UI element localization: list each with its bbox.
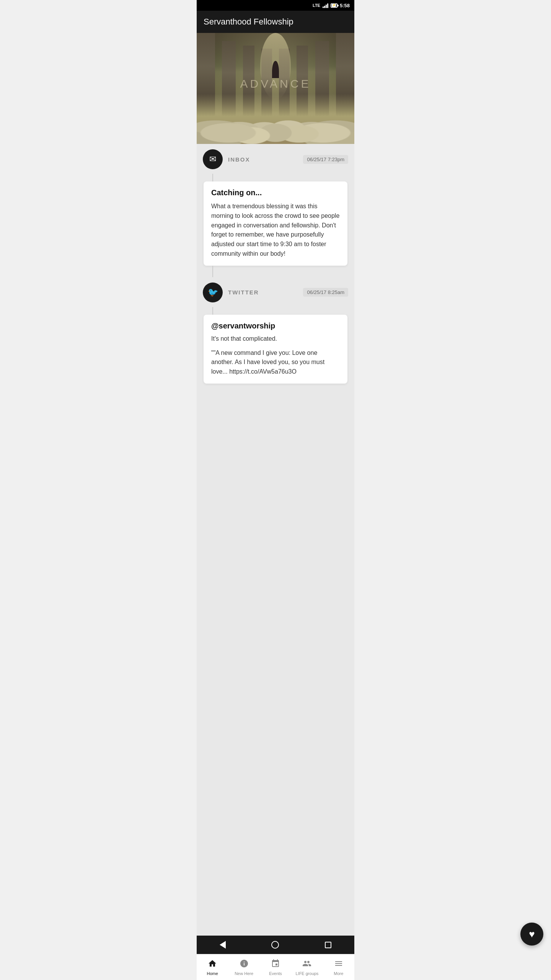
person-silhouette — [272, 61, 279, 78]
feed-connector-twitter — [212, 307, 213, 315]
twitter-label: TWITTER — [228, 289, 259, 296]
inter-item-connector — [197, 266, 354, 277]
status-bar: LTE ⚡ 5:58 — [197, 0, 354, 11]
twitter-line2: ""A new command I give you: Love one ano… — [211, 348, 340, 377]
inbox-label: INBOX — [228, 156, 250, 163]
battery-icon: ⚡ — [331, 3, 337, 8]
lte-indicator: LTE — [313, 3, 320, 8]
nav-label-more: More — [334, 971, 343, 976]
calendar-icon — [271, 959, 280, 970]
clock: 5:58 — [340, 3, 350, 8]
nav-label-home: Home — [207, 971, 218, 976]
nav-label-events: Events — [269, 971, 282, 976]
feed: ✉ INBOX 06/25/17 7:23pm Catching on... W… — [197, 144, 354, 980]
signal-icon — [323, 3, 328, 8]
recents-button[interactable] — [325, 942, 331, 948]
inbox-card[interactable]: Catching on... What a tremendous blessin… — [204, 181, 347, 266]
hero-image: ADVANCE — [197, 33, 354, 144]
feed-item-twitter: 🐦 TWITTER 06/25/17 8:25am @servantworshi… — [197, 277, 354, 384]
info-icon — [240, 959, 249, 970]
sheep-crowd — [197, 88, 354, 144]
twitter-icon: 🐦 — [203, 283, 223, 302]
twitter-line1: It's not that complicated. — [211, 334, 340, 344]
nav-label-new-here: New Here — [235, 971, 253, 976]
nav-item-home[interactable]: Home — [197, 954, 228, 980]
nav-label-life-groups: LIFE groups — [295, 971, 318, 976]
hero-overlay-text: ADVANCE — [240, 77, 311, 90]
nav-item-life-groups[interactable]: LIFE groups — [291, 954, 323, 980]
nav-item-new-here[interactable]: New Here — [228, 954, 259, 980]
home-icon — [208, 959, 217, 970]
inbox-timestamp: 06/25/17 7:23pm — [303, 155, 348, 164]
app-header: Servanthood Fellowship — [197, 11, 354, 33]
bottom-nav: Home New Here Events LIFE groups — [197, 954, 354, 980]
feed-connector-inbox — [212, 174, 213, 181]
home-button[interactable] — [271, 941, 279, 949]
feed-item-inbox: ✉ INBOX 06/25/17 7:23pm Catching on... W… — [197, 144, 354, 266]
inbox-header: ✉ INBOX 06/25/17 7:23pm — [203, 149, 348, 169]
twitter-card[interactable]: @servantworship It's not that complicate… — [204, 315, 347, 384]
group-icon — [302, 959, 311, 970]
more-icon — [334, 959, 343, 970]
inbox-icon: ✉ — [203, 149, 223, 169]
inbox-card-title: Catching on... — [211, 188, 340, 197]
inbox-card-body: What a tremendous blessing it was this m… — [211, 202, 340, 259]
twitter-timestamp: 06/25/17 8:25am — [303, 288, 348, 297]
app-title: Servanthood Fellowship — [204, 17, 293, 26]
back-button[interactable] — [220, 941, 226, 949]
android-nav-bar — [197, 936, 354, 954]
twitter-header: 🐦 TWITTER 06/25/17 8:25am — [203, 283, 348, 302]
twitter-handle: @servantworship — [211, 322, 340, 330]
nav-item-events[interactable]: Events — [260, 954, 291, 980]
nav-item-more[interactable]: More — [323, 954, 354, 980]
